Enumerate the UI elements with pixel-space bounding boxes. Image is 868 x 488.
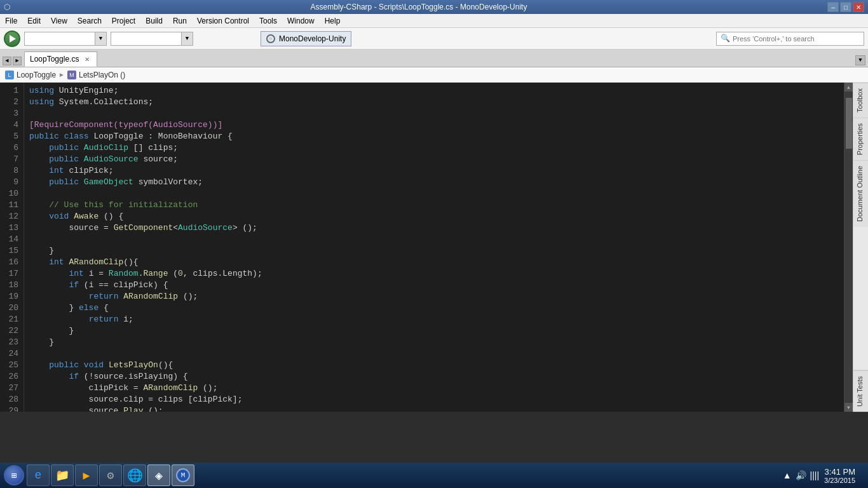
system-icons: ▲ 🔊 ||||	[783, 470, 819, 480]
code-line: source = GetComponent<AudioSource> ();	[29, 222, 839, 234]
close-button[interactable]: ✕	[853, 2, 864, 12]
menubar: File Edit View Search Project Build Run …	[0, 14, 868, 28]
taskbar-tasks[interactable]: ⚙	[99, 464, 122, 486]
taskbar: ⊞ e 📁 ▶ ⚙ 🌐 ◈ M ▲ 🔊 |||| 3:41 PM 3/23/20…	[0, 463, 868, 488]
tab-looptoggle[interactable]: LoopToggle.cs ✕	[24, 51, 97, 67]
code-line: }	[29, 245, 839, 257]
breadcrumb-class-icon: L	[5, 71, 14, 79]
breadcrumb-separator: ►	[58, 71, 65, 78]
code-line: int i = Random.Range (0, clips.Length);	[29, 268, 839, 280]
code-line: // Use this for initialization	[29, 200, 839, 211]
clock[interactable]: 3:41 PM 3/23/2015	[824, 467, 855, 484]
code-line: if (!source.isPlaying) {	[29, 371, 839, 383]
scroll-track[interactable]	[844, 92, 853, 403]
menu-tools[interactable]: Tools	[254, 14, 282, 27]
code-line: source.Play ();	[29, 405, 839, 412]
app-icon: ⬡	[4, 3, 10, 11]
code-line: source.clip = clips [clipPick];	[29, 394, 839, 405]
code-line: }	[29, 337, 839, 348]
search-box[interactable]: 🔍	[716, 32, 864, 46]
ie-icon: e	[31, 468, 46, 483]
code-line: [RequireComponent(typeof(AudioSource))]	[29, 119, 839, 131]
maximize-button[interactable]: □	[840, 2, 851, 12]
breadcrumb-class[interactable]: LoopToggle	[17, 71, 56, 79]
line-numbers: 1234567891011121314151617181920212223242…	[0, 83, 24, 412]
code-line: return i;	[29, 314, 839, 325]
menu-help[interactable]: Help	[320, 14, 346, 27]
combo2-input[interactable]	[111, 32, 181, 45]
clock-date: 3/23/2015	[824, 477, 855, 484]
right-sidebar: Toolbox Properties Document Outline Unit…	[853, 83, 868, 412]
taskbar-right: ▲ 🔊 |||| 3:41 PM 3/23/2015	[783, 467, 865, 484]
combo1-input[interactable]	[25, 32, 95, 45]
combo2-arrow[interactable]: ▼	[181, 32, 193, 45]
window-controls[interactable]: – □ ✕	[827, 2, 864, 12]
code-line: int ARandomClip(){	[29, 257, 839, 268]
code-line: } else {	[29, 302, 839, 314]
editor[interactable]: 1234567891011121314151617181920212223242…	[0, 83, 853, 412]
tab-close-button[interactable]: ✕	[83, 55, 92, 64]
taskbar-chrome[interactable]: 🌐	[123, 464, 146, 486]
scroll-down-button[interactable]: ▼	[844, 403, 853, 412]
tab-label: LoopToggle.cs	[30, 55, 79, 64]
toolbar-combo-2[interactable]: ▼	[111, 32, 193, 46]
tab-list-button[interactable]: ▼	[855, 55, 865, 65]
run-button[interactable]	[4, 30, 20, 47]
menu-file[interactable]: File	[0, 14, 22, 27]
code-line: }	[29, 325, 839, 337]
code-line: public class LoopToggle : MonoBehaviour …	[29, 131, 839, 142]
breadcrumb: L LoopToggle ► M LetsPlayOn ()	[0, 67, 868, 83]
mono-icon: ○	[266, 34, 275, 43]
media-icon: ▶	[79, 468, 94, 483]
tasks-icon: ⚙	[103, 468, 118, 483]
window-title: Assembly-CSharp - Scripts\LoopToggle.cs …	[10, 3, 827, 11]
toolbar-combo-1[interactable]: ▼	[24, 32, 107, 46]
code-line: public AudioSource source;	[29, 154, 839, 165]
menu-run[interactable]: Run	[168, 14, 192, 27]
sidebar-tab-document-outline[interactable]: Document Outline	[853, 160, 868, 227]
sidebar-tab-properties[interactable]: Properties	[853, 118, 868, 160]
scroll-thumb[interactable]	[846, 98, 852, 149]
minimize-button[interactable]: –	[827, 2, 839, 12]
code-line: using System.Collections;	[29, 97, 839, 108]
explorer-icon: 📁	[55, 468, 70, 483]
menu-search[interactable]: Search	[72, 14, 107, 27]
start-button[interactable]: ⊞	[3, 464, 25, 487]
taskbar-monodevelop[interactable]: M	[172, 464, 194, 486]
mono-label: MonoDevelop-Unity	[279, 34, 346, 43]
code-line: if (i == clipPick) {	[29, 280, 839, 291]
menu-window[interactable]: Window	[282, 14, 320, 27]
sidebar-tab-toolbox[interactable]: Toolbox	[853, 83, 868, 118]
search-icon: 🔍	[721, 34, 730, 43]
tab-nav[interactable]: ◄ ►	[3, 57, 22, 65]
monodevelop-badge: ○ MonoDevelop-Unity	[261, 31, 351, 46]
tabbar: ◄ ► LoopToggle.cs ✕ ▼	[0, 50, 868, 67]
scroll-up-button[interactable]: ▲	[844, 83, 853, 92]
start-orb-icon: ⊞	[4, 465, 24, 485]
menu-view[interactable]: View	[46, 14, 72, 27]
menu-version-control[interactable]: Version Control	[192, 14, 254, 27]
taskbar-explorer[interactable]: 📁	[51, 464, 74, 486]
sidebar-tab-unit-tests[interactable]: Unit Tests	[853, 370, 868, 412]
breadcrumb-method-icon: M	[67, 71, 76, 79]
breadcrumb-method[interactable]: LetsPlayOn ()	[79, 71, 125, 79]
tab-prev[interactable]: ◄	[3, 57, 11, 65]
titlebar: ⬡ Assembly-CSharp - Scripts\LoopToggle.c…	[0, 0, 868, 14]
code-line: int clipPick;	[29, 165, 839, 177]
code-area[interactable]: using UnityEngine;using System.Collectio…	[24, 83, 844, 412]
menu-project[interactable]: Project	[107, 14, 140, 27]
monodevelop-icon: M	[176, 468, 190, 482]
combo1-arrow[interactable]: ▼	[95, 32, 106, 45]
code-line: public AudioClip [] clips;	[29, 142, 839, 154]
menu-edit[interactable]: Edit	[22, 14, 46, 27]
main-area: 1234567891011121314151617181920212223242…	[0, 83, 868, 412]
volume-bars: ||||	[810, 470, 820, 480]
taskbar-media[interactable]: ▶	[75, 464, 98, 486]
search-input[interactable]	[733, 35, 860, 43]
scrollbar[interactable]: ▲ ▼	[844, 83, 853, 412]
taskbar-ie[interactable]: e	[27, 464, 50, 486]
code-line	[29, 234, 839, 245]
tab-next[interactable]: ►	[13, 57, 22, 65]
taskbar-unity[interactable]: ◈	[147, 464, 170, 486]
menu-build[interactable]: Build	[140, 14, 168, 27]
